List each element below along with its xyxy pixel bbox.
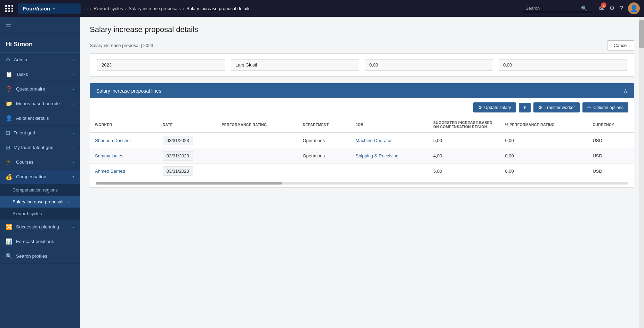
help-icon[interactable]: ? — [620, 5, 623, 12]
sidebar-hamburger[interactable]: ☰ — [0, 17, 80, 34]
my-team-chevron: ‹ — [73, 146, 74, 150]
search-box[interactable]: 🔍 — [523, 5, 592, 12]
cell-job-0: Machine Operator — [351, 133, 428, 148]
table-header-row: WORKER DATE PERFORMANCE RATING DEPARTMEN… — [90, 117, 634, 133]
cell-performance-2 — [217, 164, 298, 179]
sidebar-item-succession-planning[interactable]: 🔀 Succession planning ‹ — [0, 220, 80, 234]
talent-icon: 👤 — [6, 115, 13, 122]
transfer-worker-button[interactable]: ⚙ Transfer worker — [533, 102, 580, 112]
col-currency: CURRENCY — [588, 117, 634, 133]
col-department: DEPARTMENT — [298, 117, 351, 133]
col-date: DATE — [158, 117, 217, 133]
tasks-icon: 📋 — [6, 71, 13, 78]
app-name[interactable]: FourVision ▾ — [18, 3, 81, 14]
breadcrumb: ... › Reward cycles › Salary increase pr… — [84, 6, 519, 11]
breadcrumb-salary-proposals[interactable]: Salary increase proposals — [129, 6, 181, 11]
col-worker: WORKER — [90, 117, 158, 133]
sidebar-greeting: Hi Simon — [0, 34, 80, 53]
sidebar-item-my-team-talent-grid[interactable]: ⊞ My team talent grid ‹ — [0, 140, 80, 155]
nav-icons: ✉ 2 ⚙ ? 👤 — [599, 2, 640, 14]
sidebar-item-tasks[interactable]: 📋 Tasks ‹ — [0, 67, 80, 82]
admin-chevron: ‹ — [73, 58, 74, 62]
main-content: Salary increase proposal details Salary … — [80, 17, 644, 328]
tasks-chevron: ‹ — [73, 72, 74, 77]
job-link-0[interactable]: Machine Operator — [356, 138, 392, 143]
compensation-submenu: Compensation regions Salary increase pro… — [0, 184, 80, 220]
salary-proposal-lines-section: Salary increase proposal lines ∧ ⚙ Updat… — [90, 83, 634, 188]
forecast-icon: 📊 — [6, 238, 13, 245]
notification-icon[interactable]: ✉ 2 — [599, 5, 604, 12]
table-row: Shannon Dascher03/31/2023OperationsMachi… — [90, 133, 634, 148]
proposal-lines-table: WORKER DATE PERFORMANCE RATING DEPARTMEN… — [90, 117, 634, 179]
cell-worker-1: Sammy Isales — [90, 148, 158, 164]
cancel-button[interactable]: Cancel — [607, 40, 634, 50]
scroll-thumb-vertical — [639, 20, 644, 48]
job-link-1[interactable]: Shipping & Receiving — [356, 153, 399, 158]
update-salary-button[interactable]: ⚙ Update salary — [473, 102, 516, 112]
manager-field: Lars Giusti — [231, 59, 359, 71]
worker-link-2[interactable]: Ahmed Barnett — [95, 169, 125, 174]
cell-date-1: 03/31/2023 — [158, 148, 217, 164]
sidebar-item-questionnaire[interactable]: ❓ Questionnaire ‹ — [0, 82, 80, 96]
cell-currency-2: USD — [588, 164, 634, 179]
succession-chevron: ‹ — [73, 225, 74, 229]
page-title: Salary increase proposal details — [90, 25, 634, 34]
cell-department-2 — [298, 164, 351, 179]
col-performance-rating: PERFORMANCE RATING — [217, 117, 298, 133]
sidebar-subitem-salary-increase-proposals[interactable]: Salary increase proposals ‹ — [0, 196, 80, 208]
form-header: Salary increase proposal | 2023 Cancel — [90, 40, 634, 50]
sidebar-item-admin[interactable]: ⚙ Admin ‹ — [0, 53, 80, 67]
sidebar-item-courses[interactable]: 🎓 Courses ‹ — [0, 155, 80, 170]
section-header: Salary increase proposal lines ∧ — [90, 83, 634, 98]
cell-performance-0 — [217, 133, 298, 148]
settings-icon[interactable]: ⚙ — [609, 5, 615, 12]
search-input[interactable] — [525, 6, 581, 11]
my-team-icon: ⊞ — [6, 144, 10, 151]
compensation-chevron: ▾ — [72, 174, 74, 179]
value2-field: 0,00 — [499, 59, 627, 71]
sidebar-item-menus-based-on-role[interactable]: 📁 Menus based on role ‹ — [0, 96, 80, 111]
year-field: 2023 — [97, 59, 225, 71]
sidebar-subitem-reward-cycles[interactable]: Reward cycles — [0, 208, 80, 220]
breadcrumb-ellipsis[interactable]: ... — [84, 6, 88, 11]
form-sublabel: Salary increase proposal | 2023 — [90, 43, 153, 48]
courses-chevron: ‹ — [73, 160, 74, 164]
worker-link-1[interactable]: Sammy Isales — [95, 153, 123, 158]
cell-pct-0: 0,00 — [500, 133, 588, 148]
app-grid-icon[interactable] — [4, 3, 15, 14]
cell-department-1: Operations — [298, 148, 351, 164]
breadcrumb-reward-cycles[interactable]: Reward cycles — [94, 6, 123, 11]
table-container[interactable]: WORKER DATE PERFORMANCE RATING DEPARTMEN… — [90, 117, 634, 187]
sidebar-subitem-compensation-regions[interactable]: Compensation regions — [0, 184, 80, 196]
user-avatar[interactable]: 👤 — [628, 2, 640, 14]
value1-field: 0,00 — [365, 59, 493, 71]
cell-job-1: Shipping & Receiving — [351, 148, 428, 164]
questionnaire-chevron: ‹ — [73, 87, 74, 91]
compensation-icon: 💰 — [6, 173, 13, 180]
horizontal-scrollbar[interactable] — [96, 182, 628, 185]
cell-date-2: 03/31/2023 — [158, 164, 217, 179]
section-collapse-button[interactable]: ∧ — [623, 87, 628, 94]
menus-chevron: ‹ — [73, 102, 74, 106]
cell-worker-2: Ahmed Barnett — [90, 164, 158, 179]
vertical-scrollbar[interactable] — [639, 17, 644, 328]
search-profiles-icon: 🔍 — [6, 253, 13, 259]
section-title: Salary increase proposal lines — [96, 88, 161, 94]
app-name-chevron: ▾ — [53, 6, 55, 11]
sidebar-item-all-talent[interactable]: 👤 All talent details — [0, 111, 80, 126]
column-options-button[interactable]: ✏ Column options — [582, 102, 628, 112]
sidebar-item-talent-grid[interactable]: ⊞ Talent grid ‹ — [0, 126, 80, 140]
talent-grid-chevron: ‹ — [73, 131, 74, 135]
cell-pct-2: 0,00 — [500, 164, 588, 179]
cell-suggested-0: 5,00 — [428, 133, 500, 148]
sidebar-item-forecast-positions[interactable]: 📊 Forecast positions — [0, 234, 80, 249]
sidebar-item-compensation[interactable]: 💰 Compensation ▾ — [0, 170, 80, 184]
scroll-thumb — [96, 182, 282, 185]
cell-currency-0: USD — [588, 133, 634, 148]
worker-link-0[interactable]: Shannon Dascher — [95, 138, 131, 143]
table-row: Sammy Isales03/31/2023OperationsShipping… — [90, 148, 634, 164]
cell-date-0: 03/31/2023 — [158, 133, 217, 148]
filter-button[interactable]: ▼ — [519, 103, 531, 112]
questionnaire-icon: ❓ — [6, 86, 13, 92]
sidebar-item-search-profiles[interactable]: 🔍 Search profiles — [0, 249, 80, 264]
